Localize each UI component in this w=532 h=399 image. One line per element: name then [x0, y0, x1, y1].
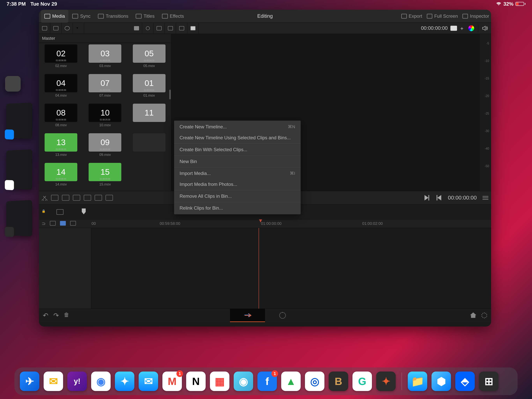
dock-app-gmail[interactable]: M1	[162, 372, 182, 391]
subbar-import-icon[interactable]	[50, 23, 62, 34]
tab-sync[interactable]: Sync	[69, 10, 94, 23]
settings-button[interactable]	[481, 313, 487, 318]
append-icon[interactable]	[95, 195, 102, 201]
lock-icon[interactable]: 🔒	[42, 209, 49, 215]
clip-07[interactable]: 0701:00:04:0007.mov	[85, 74, 125, 101]
clip-02[interactable]: 0201:00:06:0002.mov	[41, 45, 81, 71]
fit-icon[interactable]	[84, 195, 91, 201]
link-icon[interactable]	[50, 221, 56, 225]
clip-13[interactable]: 1301:00:06:0013.mov	[41, 133, 81, 160]
wand-icon[interactable]: ✦	[460, 26, 466, 31]
clip-14[interactable]: 1401:00:06:0014.mov	[41, 163, 81, 189]
ctx-remove-all-clips-in-bin[interactable]: Remove All Clips in Bin...	[174, 191, 301, 202]
menu-icon[interactable]	[482, 196, 488, 200]
speaker-icon[interactable]	[482, 26, 488, 31]
dock-app-tweetbot[interactable]: ◉	[234, 372, 253, 391]
dock-app-apple-mail[interactable]: ✉	[139, 372, 158, 391]
toolbar-inspector[interactable]: Inspector	[462, 13, 489, 19]
ctx-new-bin[interactable]: New Bin	[174, 156, 301, 167]
subbar-sync-icon[interactable]	[62, 23, 73, 34]
track-headers[interactable]	[39, 228, 91, 309]
view3-icon[interactable]	[187, 23, 199, 34]
marker-icon[interactable]	[70, 221, 76, 225]
media-scrollbar[interactable]	[169, 55, 171, 133]
ctx-create-new-timeline[interactable]: Create New Timeline...⌘N	[174, 121, 301, 132]
toolbar-export[interactable]: Export	[401, 13, 422, 19]
magnet-icon[interactable]: ⊃	[42, 221, 45, 226]
tab-transitions[interactable]: Transitions	[95, 10, 132, 23]
timeline-tracks[interactable]	[39, 228, 491, 309]
tab-media[interactable]: Media	[41, 10, 68, 23]
tab-titles[interactable]: Titles	[132, 10, 158, 23]
dock-app-notion[interactable]: N	[186, 372, 206, 391]
colorwheel-icon[interactable]	[468, 25, 474, 31]
thumbnail-view-icon[interactable]	[131, 23, 142, 34]
camera-icon[interactable]	[450, 26, 457, 31]
clip-10[interactable]: 1001:00:25:2010.mov	[85, 104, 125, 130]
dock-app-chrome[interactable]: ◉	[91, 372, 111, 391]
subbar-fx-icon[interactable]: ✦	[73, 23, 84, 34]
dock-app-calendar[interactable]: ▦	[210, 372, 229, 391]
subbar-sidebar-icon[interactable]	[39, 23, 50, 34]
home-button[interactable]	[470, 313, 476, 318]
next-edit-button[interactable]	[436, 195, 442, 201]
view1-icon[interactable]	[165, 23, 176, 34]
bin-path[interactable]: Master	[39, 34, 171, 43]
dock-app-grammarly[interactable]: G	[352, 372, 372, 391]
overwrite-icon[interactable]	[62, 195, 69, 201]
clip-15[interactable]: 1501:00:05:0015.mov	[85, 163, 125, 189]
trash-icon[interactable]: 🗑	[64, 312, 69, 319]
replace-icon[interactable]	[73, 195, 80, 201]
dock-app-1password[interactable]: ◎	[305, 372, 324, 391]
sort-icon[interactable]	[153, 23, 165, 34]
dock-app-files[interactable]: 📁	[408, 372, 427, 391]
tab-effects[interactable]: Effects	[158, 10, 188, 23]
dock-app-davinci[interactable]: ✦	[376, 372, 396, 391]
dock: ✈✉y!◉✦✉M1N▦◉f1▲◎BG✦📁⬢⬘⊞	[14, 367, 518, 395]
side-app-2[interactable]	[6, 149, 32, 190]
zoom-icon[interactable]	[57, 209, 63, 215]
dock-app-safari[interactable]: ✦	[115, 372, 134, 391]
view2-icon[interactable]	[176, 23, 187, 34]
dock-app-yahoo[interactable]: y!	[67, 372, 87, 391]
dock-app-spark[interactable]: ✈	[20, 372, 39, 391]
ctx-import-media[interactable]: Import Media...⌘I	[174, 168, 301, 179]
cut-page-tab[interactable]	[230, 309, 265, 322]
dock-app-mini[interactable]: ⊞	[479, 372, 499, 391]
clip-04[interactable]: 0401:00:05:0004.mov	[41, 74, 81, 101]
clip-03[interactable]: 0301:00:05:0003.mov	[85, 45, 125, 71]
clip-09[interactable]: 0901:00:05:0009.mov	[85, 133, 125, 160]
clips-grid[interactable]: 0201:00:06:0002.mov0301:00:05:0003.mov05…	[39, 43, 171, 191]
clip-11[interactable]: 11	[129, 104, 169, 130]
ctx-relink-clips-for-bin[interactable]: Relink Clips for Bin...	[174, 203, 301, 213]
side-app-1[interactable]	[6, 103, 32, 139]
clip-05[interactable]: 0501:00:04:1905.mov	[129, 45, 169, 71]
clip-08[interactable]: 0801:00:06:0008.mov	[41, 104, 81, 130]
undo-button[interactable]: ↶	[43, 312, 48, 319]
timeline-ruler[interactable]: ⊃ 0000:59:58:0001:00:00:0001:00:02:00	[39, 219, 491, 228]
scissors-icon[interactable]	[42, 195, 48, 201]
dock-app-facebook[interactable]: f1	[257, 372, 277, 391]
dock-app-dropbox[interactable]: ⬘	[455, 372, 475, 391]
zoom-handle[interactable]	[82, 208, 86, 214]
dock-app-shortcuts[interactable]: ⬢	[431, 372, 451, 391]
redo-button[interactable]: ↷	[53, 312, 59, 319]
dock-app-mail[interactable]: ✉	[44, 372, 63, 391]
clip-empty[interactable]	[129, 133, 169, 160]
dock-app-bear[interactable]: B	[329, 372, 348, 391]
ctx-create-bin-with-selected-clips[interactable]: Create Bin With Selected Clips...	[174, 144, 301, 155]
side-app-settings[interactable]	[5, 76, 21, 91]
ctx-create-new-timeline-using-selected-clips-and-bins[interactable]: Create New Timeline Using Selected Clips…	[174, 132, 301, 143]
prev-edit-button[interactable]	[424, 195, 430, 201]
dock-app-feedly[interactable]: ▲	[281, 372, 301, 391]
flag-icon[interactable]	[60, 221, 66, 225]
ctx-import-media-from-photos[interactable]: Import Media from Photos...	[174, 179, 301, 190]
playhead[interactable]	[259, 228, 259, 309]
edit-page-tab[interactable]	[265, 309, 300, 322]
toolbar-full-screen[interactable]: Full Screen	[427, 13, 458, 19]
ripple-icon[interactable]	[106, 195, 113, 201]
side-app-3[interactable]	[6, 200, 32, 237]
clip-01[interactable]: 0101:00:03:0001.mov	[129, 74, 169, 101]
insert-icon[interactable]	[51, 195, 58, 201]
search-icon[interactable]	[142, 23, 153, 34]
